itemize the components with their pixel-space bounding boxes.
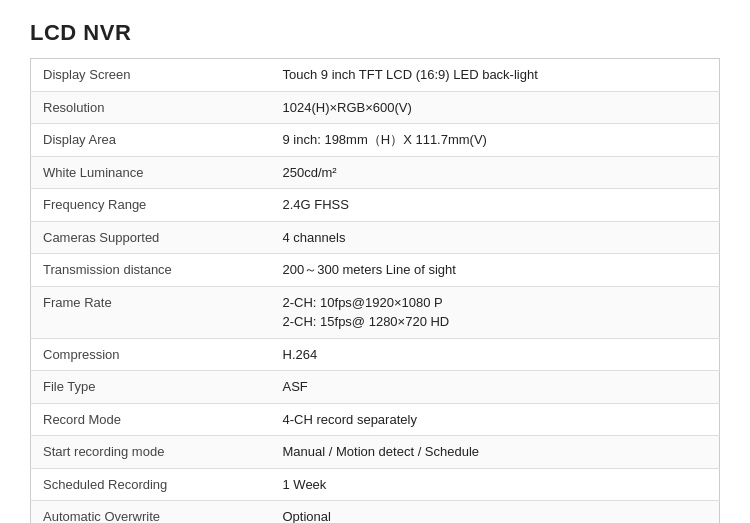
spec-value: 4-CH record separately [271, 403, 720, 436]
table-row: Scheduled Recording1 Week [31, 468, 720, 501]
spec-label: Automatic Overwrite [31, 501, 271, 524]
table-row: Frequency Range2.4G FHSS [31, 189, 720, 222]
spec-value: Touch 9 inch TFT LCD (16:9) LED back-lig… [271, 59, 720, 92]
spec-value: Optional [271, 501, 720, 524]
spec-value: 2.4G FHSS [271, 189, 720, 222]
spec-label: File Type [31, 371, 271, 404]
spec-label: Record Mode [31, 403, 271, 436]
table-row: CompressionH.264 [31, 338, 720, 371]
spec-value: Manual / Motion detect / Schedule [271, 436, 720, 469]
spec-label: Display Screen [31, 59, 271, 92]
spec-label: Compression [31, 338, 271, 371]
page-title: LCD NVR [30, 20, 720, 46]
table-row: Record Mode4-CH record separately [31, 403, 720, 436]
spec-value: 9 inch: 198mm（H）X 111.7mm(V) [271, 124, 720, 157]
table-row: White Luminance250cd/m² [31, 156, 720, 189]
table-row: Resolution1024(H)×RGB×600(V) [31, 91, 720, 124]
spec-value: ASF [271, 371, 720, 404]
spec-label: Transmission distance [31, 254, 271, 287]
table-row: Display Area9 inch: 198mm（H）X 111.7mm(V) [31, 124, 720, 157]
spec-value: 250cd/m² [271, 156, 720, 189]
spec-label: Start recording mode [31, 436, 271, 469]
spec-label: Resolution [31, 91, 271, 124]
spec-value: 200～300 meters Line of sight [271, 254, 720, 287]
table-row: File TypeASF [31, 371, 720, 404]
spec-value: 2-CH: 10fps@1920×1080 P2-CH: 15fps@ 1280… [271, 286, 720, 338]
spec-value: 4 channels [271, 221, 720, 254]
spec-label: Frame Rate [31, 286, 271, 338]
specs-table: Display ScreenTouch 9 inch TFT LCD (16:9… [30, 58, 720, 523]
table-row: Automatic OverwriteOptional [31, 501, 720, 524]
spec-label: Display Area [31, 124, 271, 157]
spec-value: 1024(H)×RGB×600(V) [271, 91, 720, 124]
table-row: Transmission distance200～300 meters Line… [31, 254, 720, 287]
spec-value: 1 Week [271, 468, 720, 501]
spec-label: Scheduled Recording [31, 468, 271, 501]
spec-label: White Luminance [31, 156, 271, 189]
table-row: Start recording modeManual / Motion dete… [31, 436, 720, 469]
spec-label: Frequency Range [31, 189, 271, 222]
table-row: Cameras Supported4 channels [31, 221, 720, 254]
spec-label: Cameras Supported [31, 221, 271, 254]
table-row: Display ScreenTouch 9 inch TFT LCD (16:9… [31, 59, 720, 92]
table-row: Frame Rate2-CH: 10fps@1920×1080 P2-CH: 1… [31, 286, 720, 338]
spec-value: H.264 [271, 338, 720, 371]
